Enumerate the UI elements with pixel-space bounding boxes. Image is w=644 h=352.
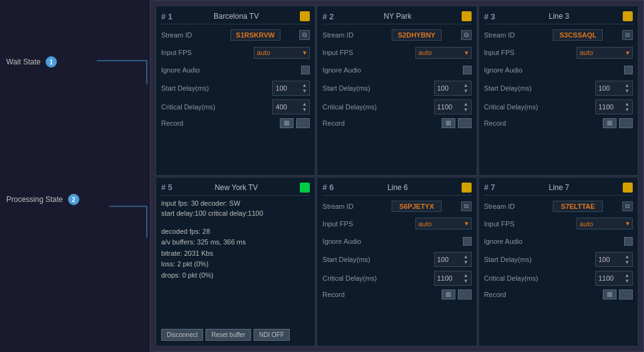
card-5-header: # 5 New York TV	[161, 183, 310, 196]
card-7-record-btn1[interactable]	[603, 289, 617, 299]
card-7-copy-btn[interactable]: ⧉	[622, 201, 633, 211]
ndi-off-button[interactable]: NDI OFF	[254, 329, 290, 341]
critical-delay-label-6: Critical Delay(ms)	[322, 274, 377, 282]
ignore-audio-label-2: Ignore Audio	[322, 66, 372, 74]
card-3-copy-btn[interactable]: ⧉	[622, 30, 633, 40]
card-1-record-btn2[interactable]: ···	[296, 118, 310, 128]
card-3-status	[623, 11, 633, 21]
card-2-stream-id: S2DHYBNY	[392, 29, 442, 41]
card-1-stream-id: S1RSKRVW	[230, 29, 280, 41]
card-3-record-row: Record ···	[484, 118, 633, 128]
card-1-audio-row: Ignore Audio	[161, 63, 310, 77]
card-6-number: # 6	[322, 183, 334, 192]
card-1-audio-toggle[interactable]	[301, 66, 310, 74]
card-2-start-delay-row: Start Delay(ms) 100 ▲▼	[322, 81, 471, 96]
card-6-stream-row: Stream ID S6PJETYX ⧉	[322, 199, 471, 213]
wait-state-label: Wait State 1	[6, 56, 57, 68]
card-6-status	[462, 183, 472, 193]
card-1-record-row: Record ···	[161, 118, 310, 128]
input-fps-label-6: Input FPS	[322, 220, 372, 228]
card-6-audio-toggle[interactable]	[463, 237, 472, 246]
fps-dropdown-arrow-7: ▾	[626, 219, 630, 228]
card-5-bitrate: bitrate: 2031 Kbs	[161, 248, 310, 259]
card-5-title: New York TV	[172, 183, 300, 192]
disconnect-button[interactable]: Disconnect	[161, 329, 203, 341]
card-3-title: Line 3	[495, 12, 623, 21]
stream-id-label: Stream ID	[161, 31, 211, 39]
record-icon	[284, 121, 289, 126]
card-7-fps-select[interactable]: auto ▾	[577, 218, 633, 229]
card-3-stream-id: S3CSSAQL	[553, 29, 603, 41]
card-6-record-btn2[interactable]: ···	[458, 289, 472, 299]
card-2-number: # 2	[322, 12, 334, 21]
ignore-audio-label-6: Ignore Audio	[322, 238, 372, 245]
card-2-start-delay[interactable]: 100 ▲▼	[434, 81, 472, 96]
stream-id-label-2: Stream ID	[322, 31, 372, 39]
card-1-title: Barcelona TV	[172, 12, 300, 21]
channel-card-1: # 1 Barcelona TV Stream ID S1RSKRVW ⧉ In…	[156, 6, 315, 176]
stream-id-label-6: Stream ID	[322, 203, 372, 210]
card-6-critical-delay[interactable]: 1100 ▲▼	[434, 271, 472, 286]
start-delay-label-2: Start Delay(ms)	[322, 84, 372, 92]
channel-card-7: # 7 Line 7 Stream ID S7ELTTAE ⧉ Input FP…	[478, 177, 638, 347]
card-7-title: Line 7	[495, 183, 623, 192]
card-7-critical-delay-row: Critical Delay(ms) 1100 ▲▼	[484, 271, 633, 286]
card-6-stream-id: S6PJETYX	[392, 201, 442, 212]
card-1-record-label: Record	[161, 119, 183, 127]
record-icon-2	[446, 121, 451, 126]
card-1-stream-row: Stream ID S1RSKRVW ⧉	[161, 28, 310, 42]
card-1-record-btn1[interactable]	[280, 118, 294, 128]
processing-state-text: Processing State	[6, 195, 63, 204]
card-6-start-delay[interactable]: 100 ▲▼	[434, 252, 472, 267]
card-2-record-btn2[interactable]: ···	[458, 118, 472, 128]
card-3-critical-delay[interactable]: 1100 ▲▼	[595, 99, 633, 114]
card-7-record-btn2[interactable]: ···	[619, 289, 633, 299]
card-3-header: # 3 Line 3	[484, 11, 633, 24]
card-7-audio-toggle[interactable]	[624, 237, 633, 246]
card-5-loss: loss: 2 pkt (0%)	[161, 259, 310, 270]
card-6-audio-row: Ignore Audio	[322, 234, 471, 248]
wait-state-text: Wait State	[6, 58, 41, 66]
card-3-record-btn2[interactable]: ···	[619, 118, 633, 128]
channel-card-5: # 5 New York TV input fps: 30 decoder: S…	[156, 177, 315, 347]
card-3-start-delay[interactable]: 100 ▲▼	[595, 81, 633, 96]
card-6-record-btn1[interactable]	[442, 289, 455, 299]
card-3-record-btn1[interactable]	[603, 118, 617, 128]
card-2-record-row: Record ···	[322, 118, 471, 128]
card-1-start-delay[interactable]: 100 ▲▼	[272, 81, 310, 96]
card-1-status	[300, 11, 310, 21]
card-1-fps-select[interactable]: auto ▾	[254, 47, 310, 59]
card-1-critical-delay[interactable]: 400 ▲▼	[272, 99, 310, 114]
card-7-start-delay[interactable]: 100 ▲▼	[595, 252, 633, 267]
card-3-audio-toggle[interactable]	[624, 66, 633, 74]
card-2-critical-delay[interactable]: 1100 ▲▼	[434, 99, 472, 114]
card-3-start-delay-row: Start Delay(ms) 100 ▲▼	[484, 81, 633, 96]
main-container: Wait State 1 Processing State 2 # 1 Barc…	[0, 0, 644, 352]
card-7-critical-delay[interactable]: 1100 ▲▼	[595, 271, 633, 286]
card-1-record-controls: ···	[280, 118, 310, 128]
card-2-record-btn1[interactable]	[442, 118, 455, 128]
card-3-fps-row: Input FPS auto ▾	[484, 46, 633, 59]
card-3-fps-select[interactable]: auto ▾	[577, 47, 633, 59]
card-7-record-controls: ···	[603, 289, 633, 299]
card-6-copy-btn[interactable]: ⧉	[461, 201, 472, 211]
processing-state-label: Processing State 2	[6, 194, 79, 205]
critical-delay-label-2: Critical Delay(ms)	[322, 103, 377, 111]
card-7-number: # 7	[484, 183, 495, 192]
card-6-fps-select[interactable]: auto ▾	[415, 218, 472, 229]
card-2-audio-toggle[interactable]	[463, 66, 472, 74]
reset-buffer-button[interactable]: Reset buffer	[206, 329, 250, 341]
card-2-copy-btn[interactable]: ⧉	[461, 30, 472, 40]
fps-dropdown-arrow: ▾	[303, 49, 307, 57]
card-1-copy-btn[interactable]: ⧉	[299, 30, 310, 40]
card-7-record-label: Record	[484, 291, 506, 298]
left-labels: Wait State 1 Processing State 2	[0, 0, 150, 352]
card-3-number: # 3	[484, 12, 495, 21]
card-2-fps-select[interactable]: auto ▾	[415, 47, 472, 59]
card-3-record-controls: ···	[603, 118, 633, 128]
card-7-audio-row: Ignore Audio	[484, 234, 633, 248]
record-icon-7	[607, 292, 612, 297]
card-2-stream-row: Stream ID S2DHYBNY ⧉	[322, 28, 471, 42]
channel-grid: # 1 Barcelona TV Stream ID S1RSKRVW ⧉ In…	[150, 0, 644, 352]
critical-delay-label-3: Critical Delay(ms)	[484, 103, 538, 111]
